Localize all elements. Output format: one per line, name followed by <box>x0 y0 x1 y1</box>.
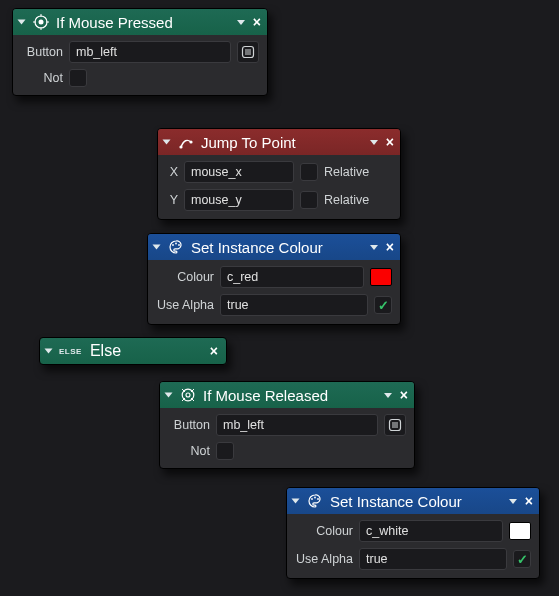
colour-label: Colour <box>156 270 214 284</box>
collapse-icon[interactable] <box>165 393 173 398</box>
node-body: Button mb_left Not <box>13 35 267 95</box>
x-input[interactable]: mouse_x <box>184 161 294 183</box>
not-checkbox[interactable] <box>69 69 87 87</box>
node-body: Colour c_red Use Alpha true <box>148 260 400 324</box>
close-icon[interactable]: × <box>210 343 218 359</box>
node-titlebar[interactable]: Jump To Point × <box>158 129 400 155</box>
node-title: Jump To Point <box>201 134 296 151</box>
use-alpha-label: Use Alpha <box>295 552 353 566</box>
dropdown-icon[interactable] <box>370 140 378 145</box>
collapse-icon[interactable] <box>45 349 53 354</box>
close-icon[interactable]: × <box>525 494 533 508</box>
button-label: Button <box>168 418 210 432</box>
svg-point-27 <box>317 498 319 500</box>
collapse-icon[interactable] <box>18 20 26 25</box>
dropdown-icon[interactable] <box>237 20 245 25</box>
button-label: Button <box>21 45 63 59</box>
button-input[interactable]: mb_left <box>216 414 378 436</box>
use-alpha-checkbox[interactable] <box>374 296 392 314</box>
y-relative-label: Relative <box>324 193 369 207</box>
svg-point-12 <box>172 244 174 246</box>
svg-point-25 <box>311 498 313 500</box>
node-titlebar[interactable]: If Mouse Pressed × <box>13 9 267 35</box>
node-title: Set Instance Colour <box>330 493 462 510</box>
node-titlebar[interactable]: If Mouse Released × <box>160 382 414 408</box>
y-input[interactable]: mouse_y <box>184 189 294 211</box>
close-icon[interactable]: × <box>400 388 408 402</box>
colour-swatch[interactable] <box>509 522 531 540</box>
button-input[interactable]: mb_left <box>69 41 231 63</box>
close-icon[interactable]: × <box>386 240 394 254</box>
node-body: Colour c_white Use Alpha true <box>287 514 539 578</box>
y-label: Y <box>166 193 178 207</box>
mouse-released-icon <box>179 386 197 404</box>
colour-input[interactable]: c_white <box>359 520 503 542</box>
svg-point-11 <box>189 140 192 143</box>
node-titlebar[interactable]: Set Instance Colour × <box>287 488 539 514</box>
node-body: X mouse_x Relative Y mouse_y Relative <box>158 155 400 219</box>
node-set-instance-colour-1[interactable]: Set Instance Colour × Colour c_red Use A… <box>147 233 401 325</box>
svg-point-14 <box>178 244 180 246</box>
button-list-icon[interactable] <box>384 414 406 436</box>
svg-point-13 <box>175 243 177 245</box>
collapse-icon[interactable] <box>163 140 171 145</box>
palette-icon <box>167 238 185 256</box>
collapse-icon[interactable] <box>292 499 300 504</box>
not-checkbox[interactable] <box>216 442 234 460</box>
use-alpha-input[interactable]: true <box>220 294 368 316</box>
node-if-mouse-pressed[interactable]: If Mouse Pressed × Button mb_left Not <box>12 8 268 96</box>
colour-swatch[interactable] <box>370 268 392 286</box>
jump-icon <box>177 133 195 151</box>
colour-label: Colour <box>295 524 353 538</box>
node-jump-to-point[interactable]: Jump To Point × X mouse_x Relative Y mou… <box>157 128 401 220</box>
node-else[interactable]: ELSE Else × <box>39 337 227 365</box>
mouse-pressed-icon <box>32 13 50 31</box>
use-alpha-label: Use Alpha <box>156 298 214 312</box>
x-relative-label: Relative <box>324 165 369 179</box>
palette-icon <box>306 492 324 510</box>
node-title: Set Instance Colour <box>191 239 323 256</box>
close-icon[interactable]: × <box>386 135 394 149</box>
x-relative-checkbox[interactable] <box>300 163 318 181</box>
use-alpha-checkbox[interactable] <box>513 550 531 568</box>
svg-point-10 <box>179 145 182 148</box>
node-if-mouse-released[interactable]: If Mouse Released × Button mb_left Not <box>159 381 415 469</box>
not-label: Not <box>21 71 63 85</box>
y-relative-checkbox[interactable] <box>300 191 318 209</box>
dropdown-icon[interactable] <box>370 245 378 250</box>
button-list-icon[interactable] <box>237 41 259 63</box>
node-title: If Mouse Released <box>203 387 328 404</box>
collapse-icon[interactable] <box>153 245 161 250</box>
node-set-instance-colour-2[interactable]: Set Instance Colour × Colour c_white Use… <box>286 487 540 579</box>
else-keyword: ELSE <box>59 347 82 356</box>
else-title: Else <box>90 342 202 360</box>
x-label: X <box>166 165 178 179</box>
node-title: If Mouse Pressed <box>56 14 173 31</box>
dropdown-icon[interactable] <box>384 393 392 398</box>
svg-point-26 <box>314 497 316 499</box>
close-icon[interactable]: × <box>253 15 261 29</box>
colour-input[interactable]: c_red <box>220 266 364 288</box>
dropdown-icon[interactable] <box>509 499 517 504</box>
use-alpha-input[interactable]: true <box>359 548 507 570</box>
not-label: Not <box>168 444 210 458</box>
node-body: Button mb_left Not <box>160 408 414 468</box>
svg-point-1 <box>39 20 44 25</box>
svg-point-16 <box>186 393 190 397</box>
node-titlebar[interactable]: Set Instance Colour × <box>148 234 400 260</box>
